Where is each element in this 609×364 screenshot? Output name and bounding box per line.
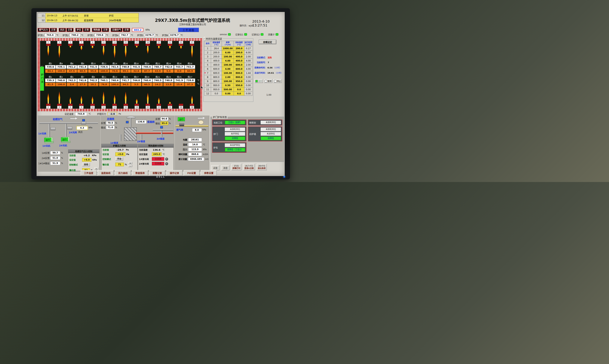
nav-pid-settings[interactable]: PID设置 bbox=[184, 170, 200, 176]
metering-unit: ℃ bbox=[203, 143, 205, 146]
minus-button[interactable]: - bbox=[128, 165, 132, 167]
slope[interactable]: 4.00 bbox=[222, 59, 234, 63]
nav-parameter-settings[interactable]: 参数设置 bbox=[201, 170, 217, 176]
target-temp[interactable]: 400.0 bbox=[234, 55, 244, 59]
set-value-input[interactable]: +6.0 bbox=[82, 158, 92, 162]
mute-button[interactable]: 消音 bbox=[221, 165, 229, 170]
schedule-row[interactable]: 3200.0100.00400.02.00 bbox=[204, 55, 252, 59]
schedule-table[interactable]: 段号起始温度 (℃)斜率 (℃/h)目标温度 (℃)运行时间 (小时)128.4… bbox=[204, 41, 252, 96]
schedule-row[interactable]: 8800.02.00800.00.00 bbox=[204, 75, 252, 79]
indicator-label: omron bbox=[220, 33, 227, 36]
target-temp[interactable]: 800.0 bbox=[234, 71, 244, 75]
plus-button[interactable]: + bbox=[128, 162, 132, 164]
burner-nozzle-icon bbox=[146, 44, 150, 46]
run-state-buttons: 运行 暂停 停止 bbox=[254, 79, 282, 83]
flue-output-row: 输出 71.0 % bbox=[101, 126, 117, 129]
thermocouple-output-pct: 27.5 bbox=[77, 83, 88, 86]
burner: 28 bbox=[188, 96, 196, 109]
burner-number-tag: 26 bbox=[179, 106, 183, 109]
target-temp[interactable]: 950.0 bbox=[234, 79, 244, 83]
schedule-row[interactable]: 128.41000.00200.00.17 bbox=[204, 46, 252, 51]
slope[interactable]: 6.00 bbox=[222, 51, 234, 55]
login-logout-button[interactable]: [ALT+F2]登录&注销 bbox=[243, 164, 255, 170]
burner: 1 bbox=[44, 41, 53, 56]
nav-temp-curve[interactable]: 温度曲线 bbox=[98, 170, 114, 176]
alarm-list[interactable]: 1110-04-13上午 07:54:51异常炉压1210-04-13上午 09… bbox=[38, 13, 139, 23]
process-flow-button[interactable]: 工艺流程 bbox=[178, 28, 199, 32]
current-temp-unit: ℃ bbox=[162, 149, 164, 151]
slope[interactable]: 0.50 bbox=[222, 83, 234, 88]
chamber-pressure-value: -2.6 bbox=[107, 112, 117, 116]
air-valve2-label: 2#风阀 bbox=[69, 131, 77, 134]
slope[interactable]: 100.00 bbox=[222, 71, 234, 75]
block-states: 未出炉到位进到位（工位1） bbox=[225, 143, 245, 152]
target-temp[interactable]: 0.0 bbox=[234, 88, 244, 91]
nav-pressure-curve[interactable]: 压力曲线 bbox=[115, 170, 131, 176]
nav-data-report[interactable]: 数据报表 bbox=[132, 170, 148, 176]
control-mode-button[interactable]: 自动 bbox=[82, 163, 90, 166]
schedule-row[interactable]: 2200.06.00200.06.00 bbox=[204, 51, 252, 55]
exit-system-button[interactable]: [Alt+F4]退出系统 bbox=[257, 164, 267, 170]
schedule-row[interactable]: 4400.04.00400.04.00 bbox=[204, 59, 252, 63]
target-temp[interactable]: 0.0 bbox=[234, 91, 244, 96]
burner-number-tag: 6 bbox=[68, 106, 73, 109]
alarm-row[interactable]: 1110-04-13上午 07:54:51异常炉压 bbox=[38, 13, 139, 18]
slope[interactable]: 4.00 bbox=[222, 67, 234, 71]
gas-metering-row: 电量28161 bbox=[176, 138, 208, 142]
screen-print-button[interactable]: [F10]屏幕打印 bbox=[231, 164, 241, 170]
target-temp[interactable]: 600.0 bbox=[234, 63, 244, 67]
segment-number-text: 4 bbox=[207, 60, 208, 62]
thermocouple-temp: 742.3 bbox=[66, 78, 77, 82]
schedule-row[interactable]: 120.00.000.00.00 bbox=[204, 91, 252, 96]
plus-button[interactable]: + bbox=[94, 168, 98, 170]
fan2-label: 2#风机 bbox=[59, 144, 67, 147]
nav-alarm-record[interactable]: 报警记录 bbox=[149, 170, 165, 176]
slope[interactable]: 1000.00 bbox=[222, 46, 234, 51]
target-temp[interactable]: 200.0 bbox=[234, 51, 244, 55]
thermocouple-label: 偶12 bbox=[102, 63, 106, 65]
slope[interactable]: 100.00 bbox=[222, 63, 234, 67]
schedule-row[interactable]: 6600.04.00600.04.00 bbox=[204, 67, 252, 71]
valve1-knob-icon[interactable] bbox=[165, 157, 168, 161]
target-temp[interactable]: 400.0 bbox=[234, 59, 244, 63]
slope[interactable]: 0.00 bbox=[222, 91, 234, 96]
schedule-row[interactable]: ▶7600.0100.00800.01.44 bbox=[204, 71, 252, 75]
state-indicator: 进到位（工位1） bbox=[225, 148, 245, 152]
nav-workpiece-temp[interactable]: 工件温度 bbox=[80, 170, 97, 176]
run-button[interactable]: 运行 bbox=[254, 79, 263, 83]
target-temp[interactable]: 800.0 bbox=[234, 75, 244, 79]
control-mode-button[interactable]: 手动 bbox=[115, 157, 123, 161]
schedule-row[interactable]: 10950.00.50950.00.00 bbox=[204, 83, 252, 88]
nav-operation-record[interactable]: 操作记录 bbox=[166, 170, 183, 176]
slope[interactable]: 100.00 bbox=[222, 79, 234, 83]
pause-button[interactable]: 暂停 bbox=[264, 79, 272, 83]
thermocouple-readout: 偶27739.897.3 bbox=[185, 76, 195, 86]
target-temp[interactable]: 600.0 bbox=[234, 67, 244, 71]
stop-button[interactable]: 停止 bbox=[273, 79, 282, 83]
target-temp[interactable]: 200.0 bbox=[234, 46, 244, 51]
valve2-knob-icon[interactable] bbox=[165, 162, 168, 165]
flame-icon bbox=[47, 93, 50, 104]
shortcut-key: [Alt+F4] bbox=[258, 165, 265, 167]
target-temp[interactable]: 950.0 bbox=[234, 83, 244, 88]
thermocouple-row-odd: ℃ % 偶1739.381.5偶3740.0100.0偶5742.33.4偶77… bbox=[40, 76, 200, 86]
pause-label: 暂停 bbox=[267, 80, 271, 82]
set-temp-input[interactable]: 245.0 bbox=[152, 152, 162, 156]
alarm-row[interactable]: 1210-04-13上午 09:44:32超温报警26#热电偶 bbox=[38, 18, 139, 22]
current-value-unit: KPa bbox=[92, 154, 96, 157]
flue-feedback-row: 反馈 70.5 % bbox=[101, 121, 117, 125]
burner-settings-button[interactable]: 烧嘴设定 bbox=[259, 40, 276, 44]
set-value-input[interactable]: +0.0 bbox=[115, 152, 125, 156]
sound-test-button[interactable]: 试音 bbox=[211, 165, 219, 170]
schedule-row[interactable]: 9800.0100.00950.00.00 bbox=[204, 79, 252, 83]
duct2-label: 2#烟道 bbox=[137, 140, 145, 143]
block-label: 侧密封 bbox=[249, 121, 260, 124]
slope[interactable]: 500.00 bbox=[222, 88, 234, 91]
slope[interactable]: 100.00 bbox=[222, 55, 234, 59]
burner-number-tag: 18 bbox=[134, 106, 139, 109]
slope[interactable]: 2.00 bbox=[222, 75, 234, 79]
schedule-row[interactable]: 5400.0100.00600.02.00 bbox=[204, 63, 252, 67]
column-header: 斜率 (℃/h) bbox=[222, 41, 234, 46]
schedule-row[interactable]: 11950.0500.000.00.00 bbox=[204, 88, 252, 91]
control-mode-row: 控制模式 自动 bbox=[68, 162, 99, 167]
